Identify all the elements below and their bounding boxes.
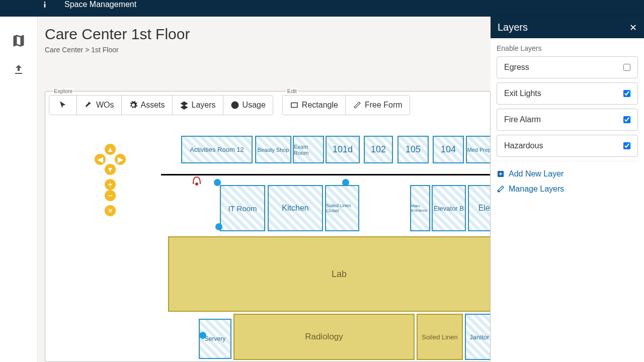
svg-rect-1 — [44, 4, 46, 8]
zoom-reset-button[interactable]: × — [105, 205, 116, 216]
svg-rect-6 — [498, 191, 500, 192]
room-102[interactable]: 102 — [364, 136, 393, 163]
pan-right-button[interactable]: ▶ — [115, 154, 126, 165]
layers-panel-header: Layers ✕ — [491, 17, 644, 38]
room-kitchen[interactable]: Kitchen — [268, 185, 323, 231]
room-elev-room[interactable]: Elevator Ro — [468, 185, 491, 231]
pan-left-button[interactable]: ◀ — [95, 154, 106, 165]
layer-row-egress[interactable]: Egress — [497, 56, 638, 78]
zoom-in-button[interactable]: + — [105, 179, 116, 190]
crumb-root[interactable]: Care Center — [45, 46, 83, 54]
add-layer-link[interactable]: Add New Layer — [497, 166, 638, 182]
map-icon[interactable] — [12, 34, 26, 50]
room-exam[interactable]: Exam Room — [293, 136, 324, 163]
layers-button[interactable]: Layers — [173, 96, 223, 115]
firealarm-icon[interactable] — [191, 175, 202, 188]
floorplan-canvas[interactable]: Activities Room 12 Beauty Shop Exam Room… — [45, 91, 491, 362]
layers-panel-title: Layers — [498, 22, 528, 33]
room-soiled2[interactable]: Soiled Linen — [417, 314, 463, 360]
enable-layers-label: Enable Layers — [497, 44, 638, 52]
room-104[interactable]: 104 — [433, 136, 464, 163]
edit-toolgroup: Rectangle Free Form — [282, 95, 410, 115]
explore-toolgroup: WOs Assets Layers Usage — [49, 95, 273, 115]
svg-rect-2 — [291, 103, 297, 108]
room-101d[interactable]: 101d — [326, 136, 360, 163]
leftnav — [0, 17, 38, 362]
assets-button[interactable]: Assets — [122, 96, 173, 115]
room-radiology[interactable]: Radiology — [233, 314, 415, 360]
room-elev-b[interactable]: Elevator B — [432, 185, 466, 231]
upload-icon[interactable] — [13, 64, 25, 78]
pan-down-button[interactable]: ▼ — [105, 164, 116, 175]
pointer-button[interactable] — [49, 96, 77, 115]
layers-panel: Layers ✕ Enable Layers Egress Exit Light… — [491, 17, 644, 362]
room-soiled-closet[interactable]: Soiled Linen Closet — [325, 185, 359, 231]
edit-group-label: Edit — [286, 88, 298, 94]
page-title: Care Center 1st Floor — [45, 26, 491, 43]
wall — [161, 174, 491, 175]
pan-up-button[interactable]: ▲ — [105, 144, 116, 155]
layer-toggle-hazardous[interactable] — [623, 142, 630, 149]
room-activities[interactable]: Activities Room 12 — [181, 136, 253, 163]
room-servery[interactable]: Servery — [199, 319, 231, 359]
zoom-out-button[interactable]: − — [105, 190, 116, 201]
manage-layers-link[interactable]: Manage Layers — [497, 182, 638, 197]
room-lab[interactable]: Lab — [168, 236, 491, 312]
explore-group-label: Explore — [53, 88, 73, 94]
room-medprep[interactable]: Med Prep Room — [466, 136, 491, 163]
info-icon[interactable] — [40, 0, 49, 9]
layer-row-exit-lights[interactable]: Exit Lights — [497, 82, 638, 105]
content-area: Care Center 1st Floor Care Center > 1st … — [38, 17, 491, 362]
toolbar: Explore WOs Assets Layers — [49, 95, 410, 115]
exit-light-icon[interactable] — [199, 332, 206, 339]
exit-light-icon[interactable] — [215, 223, 222, 230]
usage-button[interactable]: Usage — [223, 96, 273, 115]
page-header: Care Center 1st Floor Care Center > 1st … — [38, 17, 491, 60]
room-105[interactable]: 105 — [397, 136, 429, 163]
crumb-leaf[interactable]: 1st Floor — [91, 46, 118, 54]
topbar: Space Management — [0, 0, 644, 17]
svg-point-3 — [195, 183, 198, 186]
freeform-button[interactable]: Free Form — [346, 96, 410, 115]
layer-toggle-egress[interactable] — [623, 64, 630, 71]
room-janitor[interactable]: Janitor Room — [465, 314, 491, 360]
wos-button[interactable]: WOs — [77, 96, 122, 115]
layer-row-hazardous[interactable]: Hazardous — [497, 135, 638, 157]
layer-row-fire-alarm[interactable]: Fire Alarm — [497, 109, 638, 131]
app-title: Space Management — [64, 0, 136, 9]
rectangle-button[interactable]: Rectangle — [283, 96, 346, 115]
room-it[interactable]: IT Room — [220, 185, 265, 231]
svg-point-0 — [44, 2, 46, 3]
breadcrumb: Care Center > 1st Floor — [45, 46, 491, 54]
close-icon[interactable]: ✕ — [629, 22, 637, 33]
layer-toggle-fire-alarm[interactable] — [623, 116, 630, 123]
room-main-entrance[interactable]: Main Entrance — [410, 185, 430, 231]
layer-toggle-exit-lights[interactable] — [623, 90, 630, 97]
room-beauty[interactable]: Beauty Shop — [255, 136, 291, 163]
